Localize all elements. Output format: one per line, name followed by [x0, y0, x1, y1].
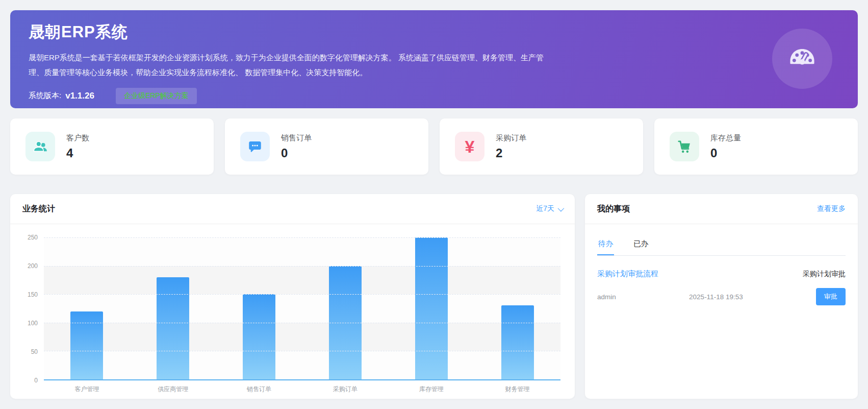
stat-label: 库存总量 — [710, 133, 741, 143]
stat-card-purchase-orders: ¥ 采购订单 2 — [440, 118, 643, 175]
yen-icon: ¥ — [455, 132, 484, 161]
bar-slot — [216, 237, 302, 379]
gridline — [44, 266, 560, 267]
tasks-tabs: 待办 已办 — [597, 234, 846, 256]
task-process-link[interactable]: 采购计划审批流程 — [597, 269, 658, 279]
bar-slot — [130, 237, 216, 379]
bar-slot — [44, 237, 130, 379]
y-tick-label: 250 — [28, 234, 38, 241]
task-list-item: 采购计划审批流程 采购计划审批 admin 2025-11-18 19:53 审… — [597, 269, 846, 305]
y-tick-label: 0 — [34, 377, 38, 384]
version-value: v1.1.26 — [65, 91, 94, 101]
bar — [70, 311, 103, 379]
bar — [415, 237, 448, 379]
task-name: 采购计划审批 — [803, 270, 846, 279]
chart-panel-title: 业务统计 — [22, 204, 55, 214]
y-tick-label: 100 — [28, 320, 38, 327]
x-axis-label: 供应商管理 — [130, 385, 216, 394]
stat-value: 4 — [66, 146, 89, 160]
gridline — [44, 237, 560, 238]
y-axis: 050100150200250 — [17, 237, 44, 380]
bar — [501, 305, 534, 379]
x-axis-label: 客户管理 — [44, 385, 130, 394]
bar — [243, 294, 275, 379]
stat-value: 0 — [281, 146, 312, 160]
stat-card-inventory: 库存总量 0 — [654, 118, 858, 175]
stat-label: 客户数 — [66, 133, 89, 143]
task-time: 2025-11-18 19:53 — [689, 293, 743, 301]
app-banner: 晟朝ERP系统 晟朝ERP系统是一套基于若依框架开发的企业资源计划系统，致力于为… — [10, 10, 858, 108]
tab-todo[interactable]: 待办 — [597, 234, 614, 255]
my-tasks-panel: 我的事项 查看更多 待办 已办 采购计划审批流程 采购计划审批 admin 20… — [585, 194, 858, 399]
app-title: 晟朝ERP系统 — [29, 21, 839, 43]
app-description: 晟朝ERP系统是一套基于若依框架开发的企业资源计划系统，致力于为企业提供全面的数… — [29, 50, 549, 80]
view-more-link[interactable]: 查看更多 — [817, 204, 846, 213]
stat-cards-row: 客户数 4 销售订单 0 ¥ 采购订单 2 — [10, 118, 858, 175]
tasks-panel-title: 我的事项 — [597, 204, 630, 214]
x-axis-label: 销售订单 — [216, 385, 302, 394]
approve-button[interactable]: 审批 — [816, 288, 846, 305]
x-axis-label: 财务管理 — [474, 385, 560, 394]
stat-value: 0 — [710, 146, 741, 160]
gridline — [44, 323, 560, 323]
bar-slot — [302, 237, 388, 379]
chat-icon — [240, 132, 270, 161]
stat-label: 销售订单 — [281, 133, 312, 143]
bar-slot — [388, 237, 474, 379]
gridline — [44, 351, 560, 351]
y-tick-label: 200 — [28, 262, 38, 270]
bar-chart: 050100150200250 客户管理供应商管理销售订单采购订单库存管理财务管… — [10, 224, 575, 399]
x-axis-label: 库存管理 — [388, 385, 474, 394]
gridline — [44, 294, 560, 295]
erp-solution-badge: 企业级ERP解决方案 — [116, 88, 197, 104]
chevron-down-icon — [558, 205, 565, 211]
bar-slot — [474, 237, 560, 379]
users-icon — [25, 132, 55, 161]
stat-label: 采购订单 — [496, 133, 526, 143]
task-assignee: admin — [597, 293, 616, 301]
tab-done[interactable]: 已办 — [632, 234, 649, 255]
x-axis-labels: 客户管理供应商管理销售订单采购订单库存管理财务管理 — [17, 385, 560, 394]
date-range-selector[interactable]: 近7天 — [536, 204, 563, 213]
plot-area — [44, 237, 560, 380]
stat-value: 2 — [496, 146, 526, 160]
gauge-icon — [788, 43, 816, 74]
x-axis-label: 采购订单 — [302, 385, 388, 394]
y-tick-label: 50 — [31, 348, 38, 355]
bar — [157, 277, 189, 379]
cart-icon — [670, 132, 699, 161]
version-label: 系统版本: — [29, 91, 61, 101]
version-row: 系统版本: v1.1.26 企业级ERP解决方案 — [29, 88, 839, 104]
stat-card-sales-orders: 销售订单 0 — [225, 118, 428, 175]
banner-decoration-circle — [772, 29, 832, 89]
y-tick-label: 150 — [28, 291, 38, 298]
stat-card-customers: 客户数 4 — [10, 118, 214, 175]
business-stats-panel: 业务统计 近7天 050100150200250 客户管理供应商管理销售订单采购… — [10, 194, 575, 399]
main-content: 业务统计 近7天 050100150200250 客户管理供应商管理销售订单采购… — [10, 194, 858, 399]
